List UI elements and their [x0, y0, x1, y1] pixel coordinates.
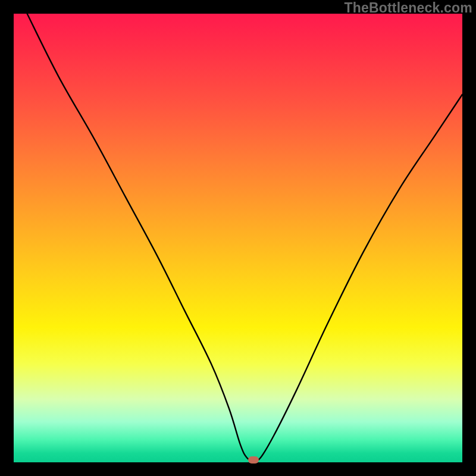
watermark-text: TheBottleneck.com: [344, 0, 472, 16]
chart-stage: TheBottleneck.com: [0, 0, 476, 476]
minimum-marker: [248, 456, 259, 464]
bottleneck-curve: [27, 14, 462, 461]
plot-area: [14, 14, 462, 462]
curve-svg: [14, 14, 462, 462]
